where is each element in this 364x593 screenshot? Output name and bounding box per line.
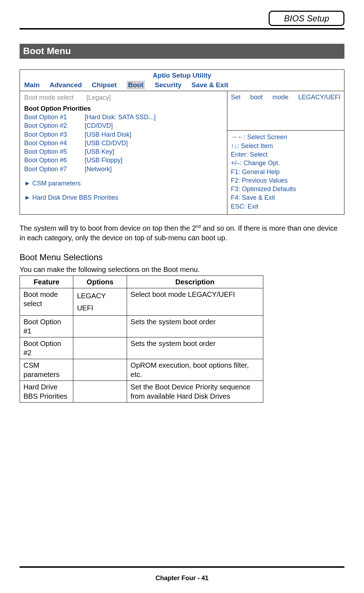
boot-option-priorities-heading: Boot Option Priorities [24, 104, 223, 113]
boot-option-label: Boot Option #5 [24, 147, 85, 156]
boot-mode-select-label: Boot mode select [24, 93, 85, 102]
bottom-rule [20, 566, 344, 568]
cell-options [73, 359, 127, 381]
tab-chipset[interactable]: Chipset [92, 81, 117, 90]
cell-description: Set the Boot Device Priority sequence fr… [127, 381, 263, 403]
boot-option-value: [Hard Disk: SATA SSD...] [85, 114, 155, 121]
bios-title: Aptio Setup Utility [20, 70, 344, 80]
cell-description: Sets the system boot order [127, 316, 263, 337]
boot-option-label: Boot Option #1 [24, 113, 85, 121]
cell-feature: Boot Option #1 [20, 316, 73, 337]
help-line: →←: Select Screen [231, 133, 341, 141]
selections-table: Feature Options Description Boot mode se… [20, 275, 263, 403]
selections-intro: You can make the following selections on… [20, 265, 344, 274]
boot-option-label: Boot Option #7 [24, 165, 85, 173]
table-row: CSM parameters OpROM execution, boot opt… [20, 359, 263, 381]
help-line: +/–: Change Opt. [231, 159, 341, 167]
boot-option-value: [Network] [85, 166, 112, 173]
tab-saveexit[interactable]: Save & Exit [191, 81, 228, 90]
boot-option-row[interactable]: Boot Option #3[USB Hard Disk] [24, 130, 223, 139]
cell-description: Select boot mode LEGACY/UEFI [127, 288, 263, 316]
help-line: ESC: Exit [231, 202, 341, 211]
cell-description: OpROM execution, boot options filter, et… [127, 359, 263, 381]
csm-parameters-link[interactable]: ► CSM parameters [24, 179, 223, 188]
help-line: F4: Save & Exit [231, 193, 341, 202]
boot-option-value: [USB Hard Disk] [85, 131, 131, 138]
help-line: F1: General Help [231, 168, 341, 176]
cell-options [73, 337, 127, 359]
boot-mode-select-row[interactable]: Boot mode select [Legacy] [24, 93, 223, 102]
help-line: Enter: Select [231, 150, 341, 159]
boot-option-row[interactable]: Boot Option #6[USB Floppy] [24, 156, 223, 164]
boot-option-value: [USB Key] [85, 148, 114, 155]
boot-option-row[interactable]: Boot Option #1[Hard Disk: SATA SSD...] [24, 113, 223, 121]
boot-option-label: Boot Option #3 [24, 130, 85, 139]
table-row: Boot Option #2 Sets the system boot orde… [20, 337, 263, 359]
bios-help-description: Set boot mode LEGACY/UEFI [227, 91, 344, 130]
boot-mode-select-value: [Legacy] [86, 94, 111, 101]
boot-option-row[interactable]: Boot Option #7[Network] [24, 165, 223, 173]
help-line: F2: Previous Values [231, 176, 341, 185]
cell-feature: Hard Drive BBS Priorities [20, 381, 73, 403]
boot-option-label: Boot Option #2 [24, 121, 85, 130]
col-options: Options [73, 276, 127, 288]
boot-option-value: [USB Floppy] [85, 157, 122, 164]
cell-feature: Boot mode select [20, 288, 73, 316]
boot-option-row[interactable]: Boot Option #2[CD/DVD] [24, 121, 223, 130]
header-badge: BIOS Setup [269, 11, 344, 26]
boot-option-label: Boot Option #6 [24, 156, 85, 164]
bios-left-panel: Boot mode select [Legacy] Boot Option Pr… [20, 91, 227, 214]
boot-option-row[interactable]: Boot Option #5[USB Key] [24, 147, 223, 156]
boot-option-value: [USB CD/DVD] [85, 140, 128, 147]
cell-options: LEGACY UEFI [73, 288, 127, 316]
cell-feature: Boot Option #2 [20, 337, 73, 359]
col-description: Description [127, 276, 263, 288]
boot-option-row[interactable]: Boot Option #4[USB CD/DVD] [24, 139, 223, 147]
bios-key-help: →←: Select Screen ↑↓: Select Item Enter:… [227, 130, 344, 214]
boot-option-value: [CD/DVD] [85, 122, 113, 129]
cell-options [73, 381, 127, 403]
section-title: Boot Menu [20, 44, 344, 59]
body-text: The system will try to boot from device … [20, 224, 344, 243]
sub-heading: Boot Menu Selections [20, 252, 344, 263]
help-line: F3: Optimized Defaults [231, 185, 341, 193]
boot-option-label: Boot Option #4 [24, 139, 85, 147]
table-row: Hard Drive BBS Priorities Set the Boot D… [20, 381, 263, 403]
bios-tabs: Main Advanced Chipset Boot Security Save… [20, 80, 344, 91]
cell-feature: CSM parameters [20, 359, 73, 381]
col-feature: Feature [20, 276, 73, 288]
table-row: Boot mode select LEGACY UEFI Select boot… [20, 288, 263, 316]
help-line: ↑↓: Select Item [231, 142, 341, 150]
tab-advanced[interactable]: Advanced [49, 81, 82, 90]
footer-text: Chapter Four - 41 [20, 574, 344, 582]
tab-boot[interactable]: Boot [127, 81, 145, 90]
cell-options [73, 316, 127, 337]
tab-security[interactable]: Security [155, 81, 181, 90]
cell-description: Sets the system boot order [127, 337, 263, 359]
tab-main[interactable]: Main [24, 81, 39, 90]
bios-box: Aptio Setup Utility Main Advanced Chipse… [20, 69, 344, 215]
hdd-bbs-priorities-link[interactable]: ► Hard Disk Drive BBS Priorities [24, 193, 223, 202]
table-row: Boot Option #1 Sets the system boot orde… [20, 316, 263, 337]
top-rule [20, 28, 344, 30]
